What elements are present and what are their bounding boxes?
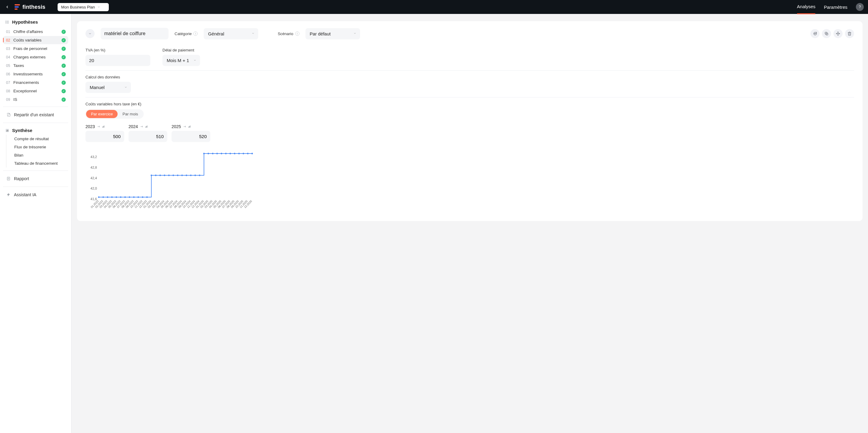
sidebar-item-02[interactable]: 02 Coûts variables ✓ [3, 36, 68, 44]
year-block-2025: 2025 [172, 124, 210, 142]
bolt-icon [6, 192, 11, 197]
svg-point-44 [111, 196, 113, 198]
sidebar-synthese-item[interactable]: Compte de résultat [6, 135, 69, 143]
chevron-down-icon [353, 32, 356, 35]
arrow-right-icon[interactable] [140, 124, 143, 129]
year-value-input[interactable] [172, 131, 210, 142]
business-plan-selector[interactable]: Mon Business Plan [58, 3, 109, 11]
sidebar-item-06[interactable]: 06 Investissements ✓ [3, 70, 68, 78]
svg-point-60 [181, 175, 183, 176]
back-button[interactable] [4, 4, 10, 10]
sidebar-item-num: 04 [6, 55, 11, 59]
collapse-button[interactable] [86, 29, 95, 38]
sidebar-item-04[interactable]: 04 Charges externes ✓ [3, 53, 68, 61]
chevron-down-icon [124, 86, 127, 89]
bar-chart-icon[interactable] [188, 124, 191, 129]
svg-point-47 [124, 196, 126, 198]
year-value-input[interactable] [128, 131, 167, 142]
app-name: finthesis [23, 4, 45, 10]
arrow-right-icon[interactable] [183, 124, 186, 129]
svg-point-73 [238, 153, 240, 155]
year-label: 2024 [128, 124, 138, 129]
sidebar-synthese-item[interactable]: Tableau de financement [6, 159, 69, 167]
sidebar-item-03[interactable]: 03 Frais de personnel ✓ [3, 44, 68, 53]
svg-point-58 [173, 175, 174, 176]
period-toggle: Par exercice Par mois [86, 109, 144, 119]
year-block-2024: 2024 [128, 124, 167, 142]
svg-rect-35 [190, 126, 191, 128]
svg-rect-9 [8, 130, 8, 131]
avatar[interactable]: ? [856, 3, 864, 11]
scenario-select[interactable]: Par défaut [306, 28, 360, 39]
category-select[interactable]: Général [204, 28, 258, 39]
sidebar-item-08[interactable]: 08 Exceptionnel ✓ [3, 87, 68, 95]
calcul-label: Calcul des données [86, 75, 131, 79]
sidebar-item-label: Taxes [13, 63, 59, 68]
app-logo: finthesis [14, 4, 45, 10]
sidebar-assistant[interactable]: Assistant IA [3, 190, 68, 200]
move-button[interactable] [833, 29, 842, 38]
check-icon: ✓ [62, 64, 66, 68]
duplicate-button[interactable] [822, 29, 831, 38]
nav-parametres[interactable]: Paramètres [824, 4, 847, 14]
nav-analyses[interactable]: Analyses [797, 4, 815, 14]
sidebar-repartir-label: Repartir d'un existant [14, 112, 54, 117]
svg-point-14 [814, 33, 815, 34]
bar-chart-icon[interactable] [145, 124, 148, 129]
svg-point-50 [137, 196, 139, 198]
delai-select[interactable]: Mois M + 1 [162, 55, 200, 66]
year-value-input[interactable] [86, 131, 124, 142]
sidebar-item-05[interactable]: 05 Taxes ✓ [3, 62, 68, 70]
svg-point-55 [159, 175, 161, 176]
delete-button[interactable] [845, 29, 854, 38]
svg-point-56 [164, 175, 165, 176]
svg-point-5 [6, 23, 6, 23]
svg-rect-34 [189, 126, 190, 128]
svg-text:42,0: 42,0 [91, 187, 97, 190]
svg-point-4 [6, 22, 6, 22]
calcul-select[interactable]: Manuel [86, 82, 131, 93]
comment-button[interactable] [810, 29, 819, 38]
svg-rect-28 [146, 127, 146, 128]
svg-point-68 [216, 153, 218, 155]
arrow-right-icon[interactable] [97, 124, 100, 129]
sidebar-item-07[interactable]: 07 Financements ✓ [3, 78, 68, 87]
svg-point-67 [212, 153, 213, 155]
import-icon [6, 112, 11, 117]
svg-point-41 [98, 196, 100, 198]
check-icon: ✓ [62, 80, 66, 85]
sidebar-item-num: 06 [6, 72, 11, 76]
info-icon[interactable]: i [193, 32, 197, 36]
year-label: 2023 [86, 124, 95, 129]
toggle-exercice[interactable]: Par exercice [86, 110, 118, 118]
svg-rect-8 [7, 130, 7, 131]
bar-chart-icon[interactable] [101, 124, 105, 129]
info-icon[interactable]: i [295, 32, 300, 36]
entry-name-input[interactable] [101, 28, 168, 39]
svg-point-52 [146, 196, 148, 198]
sidebar-item-label: Financements [13, 80, 59, 85]
svg-point-46 [120, 196, 122, 198]
help-icon: ? [859, 5, 861, 9]
svg-point-51 [142, 196, 143, 198]
svg-point-45 [116, 196, 117, 198]
svg-point-69 [221, 153, 222, 155]
toggle-mois[interactable]: Par mois [118, 110, 143, 118]
delai-value: Mois M + 1 [167, 58, 189, 63]
delai-label: Délai de paiement [162, 48, 200, 53]
svg-point-64 [199, 175, 200, 176]
check-icon: ✓ [62, 72, 66, 76]
sidebar-rapport[interactable]: Rapport [3, 174, 68, 184]
sidebar-item-num: 02 [6, 38, 11, 42]
sidebar-synthese-item[interactable]: Bilan [6, 151, 69, 159]
sidebar-item-01[interactable]: 01 Chiffre d'affaires ✓ [3, 28, 68, 36]
copy-icon [824, 32, 829, 36]
sidebar-title-label: Hypothèses [12, 20, 38, 25]
sidebar-item-09[interactable]: 09 IS ✓ [3, 95, 68, 104]
sidebar-repartir[interactable]: Repartir d'un existant [3, 110, 68, 120]
sidebar-item-num: 08 [6, 89, 11, 93]
sidebar-synthese-title[interactable]: Synthèse [2, 126, 69, 135]
svg-point-16 [815, 33, 816, 34]
sidebar-synthese-item[interactable]: Flux de trésorerie [6, 143, 69, 151]
tva-input[interactable] [86, 55, 150, 66]
